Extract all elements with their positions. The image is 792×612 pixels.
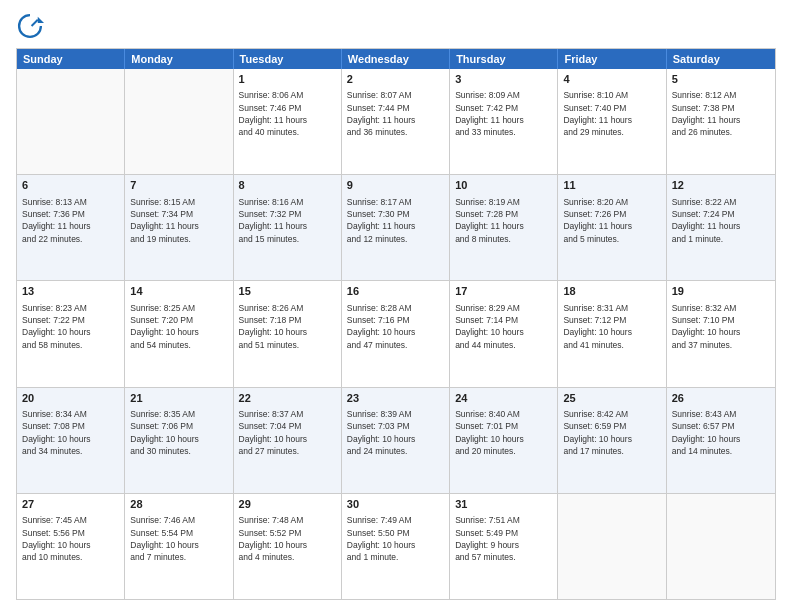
logo-icon	[16, 12, 44, 40]
day-number: 4	[563, 72, 660, 87]
cell-content: Sunrise: 8:22 AMSunset: 7:24 PMDaylight:…	[672, 196, 770, 245]
calendar-cell-15: 15Sunrise: 8:26 AMSunset: 7:18 PMDayligh…	[234, 281, 342, 386]
calendar-cell-29: 29Sunrise: 7:48 AMSunset: 5:52 PMDayligh…	[234, 494, 342, 599]
calendar-cell-empty	[667, 494, 775, 599]
day-number: 23	[347, 391, 444, 406]
day-number: 19	[672, 284, 770, 299]
calendar-cell-14: 14Sunrise: 8:25 AMSunset: 7:20 PMDayligh…	[125, 281, 233, 386]
cell-content: Sunrise: 7:49 AMSunset: 5:50 PMDaylight:…	[347, 514, 444, 563]
cell-content: Sunrise: 8:37 AMSunset: 7:04 PMDaylight:…	[239, 408, 336, 457]
calendar-cell-18: 18Sunrise: 8:31 AMSunset: 7:12 PMDayligh…	[558, 281, 666, 386]
day-number: 27	[22, 497, 119, 512]
day-number: 16	[347, 284, 444, 299]
cell-content: Sunrise: 7:48 AMSunset: 5:52 PMDaylight:…	[239, 514, 336, 563]
day-number: 14	[130, 284, 227, 299]
calendar-cell-21: 21Sunrise: 8:35 AMSunset: 7:06 PMDayligh…	[125, 388, 233, 493]
day-number: 1	[239, 72, 336, 87]
cell-content: Sunrise: 8:26 AMSunset: 7:18 PMDaylight:…	[239, 302, 336, 351]
day-number: 8	[239, 178, 336, 193]
calendar-cell-23: 23Sunrise: 8:39 AMSunset: 7:03 PMDayligh…	[342, 388, 450, 493]
calendar-cell-2: 2Sunrise: 8:07 AMSunset: 7:44 PMDaylight…	[342, 69, 450, 174]
day-number: 11	[563, 178, 660, 193]
header-day-friday: Friday	[558, 49, 666, 69]
cell-content: Sunrise: 8:19 AMSunset: 7:28 PMDaylight:…	[455, 196, 552, 245]
calendar-cell-27: 27Sunrise: 7:45 AMSunset: 5:56 PMDayligh…	[17, 494, 125, 599]
day-number: 15	[239, 284, 336, 299]
calendar-cell-6: 6Sunrise: 8:13 AMSunset: 7:36 PMDaylight…	[17, 175, 125, 280]
calendar-cell-4: 4Sunrise: 8:10 AMSunset: 7:40 PMDaylight…	[558, 69, 666, 174]
cell-content: Sunrise: 8:29 AMSunset: 7:14 PMDaylight:…	[455, 302, 552, 351]
calendar-cell-10: 10Sunrise: 8:19 AMSunset: 7:28 PMDayligh…	[450, 175, 558, 280]
calendar-cell-30: 30Sunrise: 7:49 AMSunset: 5:50 PMDayligh…	[342, 494, 450, 599]
day-number: 6	[22, 178, 119, 193]
cell-content: Sunrise: 8:20 AMSunset: 7:26 PMDaylight:…	[563, 196, 660, 245]
calendar-cell-19: 19Sunrise: 8:32 AMSunset: 7:10 PMDayligh…	[667, 281, 775, 386]
cell-content: Sunrise: 8:13 AMSunset: 7:36 PMDaylight:…	[22, 196, 119, 245]
cell-content: Sunrise: 8:42 AMSunset: 6:59 PMDaylight:…	[563, 408, 660, 457]
calendar-body: 1Sunrise: 8:06 AMSunset: 7:46 PMDaylight…	[17, 69, 775, 599]
cell-content: Sunrise: 8:35 AMSunset: 7:06 PMDaylight:…	[130, 408, 227, 457]
day-number: 9	[347, 178, 444, 193]
calendar-cell-empty	[17, 69, 125, 174]
day-number: 12	[672, 178, 770, 193]
calendar-cell-17: 17Sunrise: 8:29 AMSunset: 7:14 PMDayligh…	[450, 281, 558, 386]
cell-content: Sunrise: 8:32 AMSunset: 7:10 PMDaylight:…	[672, 302, 770, 351]
day-number: 7	[130, 178, 227, 193]
cell-content: Sunrise: 7:51 AMSunset: 5:49 PMDaylight:…	[455, 514, 552, 563]
calendar-row-3: 20Sunrise: 8:34 AMSunset: 7:08 PMDayligh…	[17, 387, 775, 493]
day-number: 26	[672, 391, 770, 406]
calendar-cell-12: 12Sunrise: 8:22 AMSunset: 7:24 PMDayligh…	[667, 175, 775, 280]
calendar-cell-28: 28Sunrise: 7:46 AMSunset: 5:54 PMDayligh…	[125, 494, 233, 599]
calendar-cell-empty	[125, 69, 233, 174]
calendar-cell-empty	[558, 494, 666, 599]
header-day-monday: Monday	[125, 49, 233, 69]
calendar-cell-20: 20Sunrise: 8:34 AMSunset: 7:08 PMDayligh…	[17, 388, 125, 493]
header-day-saturday: Saturday	[667, 49, 775, 69]
day-number: 31	[455, 497, 552, 512]
cell-content: Sunrise: 8:43 AMSunset: 6:57 PMDaylight:…	[672, 408, 770, 457]
cell-content: Sunrise: 8:25 AMSunset: 7:20 PMDaylight:…	[130, 302, 227, 351]
day-number: 2	[347, 72, 444, 87]
cell-content: Sunrise: 8:34 AMSunset: 7:08 PMDaylight:…	[22, 408, 119, 457]
calendar-cell-11: 11Sunrise: 8:20 AMSunset: 7:26 PMDayligh…	[558, 175, 666, 280]
day-number: 5	[672, 72, 770, 87]
svg-marker-0	[38, 17, 44, 23]
cell-content: Sunrise: 8:10 AMSunset: 7:40 PMDaylight:…	[563, 89, 660, 138]
cell-content: Sunrise: 8:39 AMSunset: 7:03 PMDaylight:…	[347, 408, 444, 457]
cell-content: Sunrise: 8:31 AMSunset: 7:12 PMDaylight:…	[563, 302, 660, 351]
day-number: 28	[130, 497, 227, 512]
calendar-cell-25: 25Sunrise: 8:42 AMSunset: 6:59 PMDayligh…	[558, 388, 666, 493]
calendar-cell-31: 31Sunrise: 7:51 AMSunset: 5:49 PMDayligh…	[450, 494, 558, 599]
day-number: 22	[239, 391, 336, 406]
calendar-cell-3: 3Sunrise: 8:09 AMSunset: 7:42 PMDaylight…	[450, 69, 558, 174]
day-number: 21	[130, 391, 227, 406]
calendar-row-4: 27Sunrise: 7:45 AMSunset: 5:56 PMDayligh…	[17, 493, 775, 599]
header-day-sunday: Sunday	[17, 49, 125, 69]
calendar-cell-9: 9Sunrise: 8:17 AMSunset: 7:30 PMDaylight…	[342, 175, 450, 280]
day-number: 30	[347, 497, 444, 512]
day-number: 20	[22, 391, 119, 406]
cell-content: Sunrise: 7:45 AMSunset: 5:56 PMDaylight:…	[22, 514, 119, 563]
day-number: 13	[22, 284, 119, 299]
calendar-cell-8: 8Sunrise: 8:16 AMSunset: 7:32 PMDaylight…	[234, 175, 342, 280]
cell-content: Sunrise: 8:17 AMSunset: 7:30 PMDaylight:…	[347, 196, 444, 245]
calendar-cell-26: 26Sunrise: 8:43 AMSunset: 6:57 PMDayligh…	[667, 388, 775, 493]
svg-line-1	[32, 20, 38, 26]
header-day-tuesday: Tuesday	[234, 49, 342, 69]
calendar-cell-5: 5Sunrise: 8:12 AMSunset: 7:38 PMDaylight…	[667, 69, 775, 174]
page: SundayMondayTuesdayWednesdayThursdayFrid…	[0, 0, 792, 612]
day-number: 18	[563, 284, 660, 299]
cell-content: Sunrise: 8:09 AMSunset: 7:42 PMDaylight:…	[455, 89, 552, 138]
day-number: 3	[455, 72, 552, 87]
day-number: 29	[239, 497, 336, 512]
cell-content: Sunrise: 8:15 AMSunset: 7:34 PMDaylight:…	[130, 196, 227, 245]
logo	[16, 12, 48, 40]
cell-content: Sunrise: 7:46 AMSunset: 5:54 PMDaylight:…	[130, 514, 227, 563]
calendar-cell-7: 7Sunrise: 8:15 AMSunset: 7:34 PMDaylight…	[125, 175, 233, 280]
calendar: SundayMondayTuesdayWednesdayThursdayFrid…	[16, 48, 776, 600]
day-number: 25	[563, 391, 660, 406]
calendar-row-1: 6Sunrise: 8:13 AMSunset: 7:36 PMDaylight…	[17, 174, 775, 280]
header-day-thursday: Thursday	[450, 49, 558, 69]
cell-content: Sunrise: 8:40 AMSunset: 7:01 PMDaylight:…	[455, 408, 552, 457]
calendar-cell-16: 16Sunrise: 8:28 AMSunset: 7:16 PMDayligh…	[342, 281, 450, 386]
